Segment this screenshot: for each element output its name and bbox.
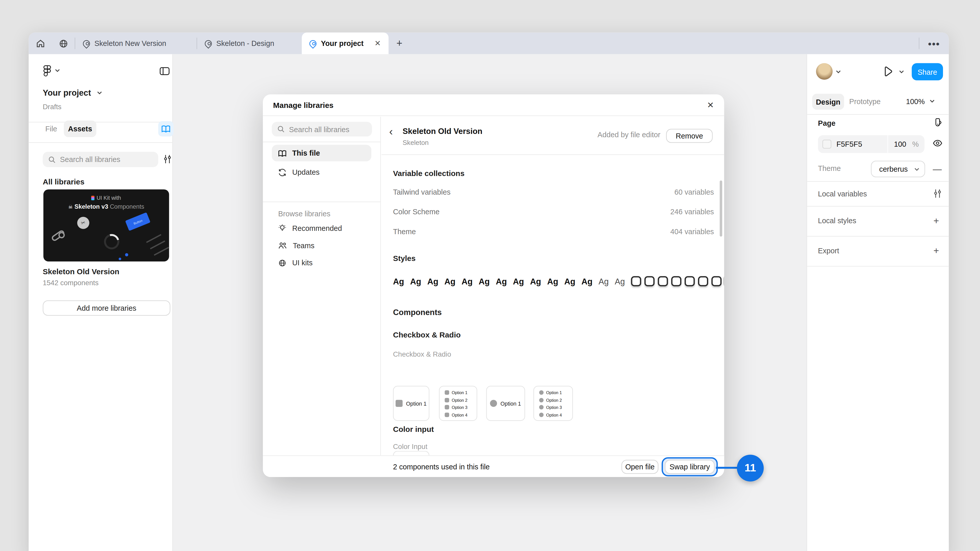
- page-opacity-value[interactable]: 100: [888, 140, 912, 148]
- theme-dropdown[interactable]: cerberus: [871, 161, 925, 177]
- tab-skeleton-new-version[interactable]: Skeleton New Version: [75, 33, 197, 54]
- desktop-background: Skeleton New Version Skeleton - Design Y…: [0, 0, 980, 551]
- search-placeholder: Search all libraries: [289, 125, 350, 133]
- chevron-down-icon: [915, 167, 920, 171]
- tab-prototype[interactable]: Prototype: [850, 98, 881, 105]
- right-sidebar: Share Design Prototype 100% Page F5F5F5 …: [807, 54, 949, 551]
- chevron-down-icon[interactable]: [97, 91, 102, 95]
- variables-sliders-icon[interactable]: [934, 189, 942, 198]
- option-label: Option 1: [452, 390, 467, 395]
- tab-skeleton-design[interactable]: Skeleton - Design: [197, 33, 302, 54]
- text-style-preview: Ag: [581, 277, 592, 286]
- component-card-radio-list[interactable]: Option 1 Option 2 Option 3 Option 4: [533, 386, 573, 421]
- tab-file[interactable]: File: [45, 125, 57, 133]
- component-card-checkbox-single[interactable]: Option 1: [393, 386, 430, 421]
- text-style-preview: Ag: [530, 277, 541, 286]
- divider: [29, 142, 172, 143]
- library-card-count: 1542 components: [43, 279, 99, 286]
- variable-collection-row[interactable]: Color Scheme 246 variables: [393, 205, 714, 218]
- library-subtitle: Skeleton: [403, 138, 429, 146]
- page-color-row[interactable]: F5F5F5 100 %: [818, 135, 924, 153]
- add-export-plus-icon[interactable]: +: [934, 245, 939, 256]
- nav-item-teams[interactable]: Teams: [272, 237, 371, 254]
- chevron-down-icon[interactable]: [55, 69, 60, 72]
- option-label: Option 1: [546, 390, 562, 395]
- open-book-icon: [162, 125, 170, 133]
- remove-theme-icon[interactable]: —: [933, 164, 942, 174]
- modal-search-input[interactable]: Search all libraries: [272, 122, 372, 137]
- thumb-deco-dot: [119, 258, 121, 260]
- component-card-checkbox-list[interactable]: Option 1 Option 2 Option 3 Option 4: [439, 386, 477, 421]
- option-label: Option 2: [546, 398, 562, 402]
- add-style-plus-icon[interactable]: +: [934, 215, 939, 226]
- add-more-libraries-button[interactable]: Add more libraries: [43, 300, 170, 316]
- filter-sliders-icon[interactable]: [163, 154, 172, 164]
- annotation-step-badge: 11: [737, 455, 764, 482]
- divider: [807, 206, 949, 207]
- manage-libraries-modal: Manage libraries ✕ Search all libraries …: [263, 94, 724, 477]
- window-menu-button[interactable]: •••: [920, 33, 949, 54]
- export-row[interactable]: Export: [818, 247, 839, 254]
- variable-collection-row[interactable]: Tailwind variables 60 variables: [393, 186, 714, 198]
- divider: [29, 122, 172, 123]
- text-style-preview: Ag: [410, 277, 421, 286]
- lightbulb-icon: [278, 224, 286, 233]
- new-tab-button[interactable]: +: [389, 33, 410, 54]
- component-card-radio-single[interactable]: Option 1: [486, 386, 525, 421]
- thumb-toggle: [51, 229, 65, 242]
- local-styles-row[interactable]: Local styles: [818, 217, 856, 224]
- text-style-preview: Ag: [496, 277, 507, 286]
- library-book-button[interactable]: [158, 121, 173, 137]
- tab-assets[interactable]: Assets: [64, 121, 97, 137]
- checkbox-icon: [445, 398, 449, 402]
- chevron-down-icon[interactable]: [930, 100, 935, 103]
- home-button[interactable]: [29, 33, 52, 54]
- remove-button[interactable]: Remove: [666, 129, 713, 143]
- modal-scrollbar[interactable]: [720, 181, 722, 237]
- tab-close-icon[interactable]: ✕: [374, 40, 381, 47]
- theme-value: cerberus: [879, 165, 908, 173]
- chevron-down-icon[interactable]: [899, 70, 904, 73]
- zoom-level[interactable]: 100%: [906, 98, 925, 105]
- swap-library-button[interactable]: Swap library: [665, 460, 714, 474]
- page-color-value[interactable]: F5F5F5: [837, 140, 862, 148]
- back-chevron-icon[interactable]: ‹: [389, 126, 393, 138]
- components-heading: Components: [393, 308, 442, 317]
- checkbox-icon: [445, 412, 449, 417]
- styles-heading: Styles: [393, 254, 415, 263]
- nav-item-this-file[interactable]: This file: [272, 145, 371, 162]
- figma-logo-icon[interactable]: [43, 65, 51, 76]
- tab-your-project[interactable]: Your project ✕: [302, 33, 389, 54]
- avatar[interactable]: [816, 63, 833, 80]
- toggle-sidebar-icon[interactable]: [159, 67, 170, 76]
- figma-file-icon: [204, 38, 213, 48]
- sidebar-search-input[interactable]: Search all libraries: [43, 152, 159, 167]
- nav-label: This file: [292, 149, 320, 157]
- eye-icon[interactable]: [933, 140, 942, 147]
- home-icon: [35, 38, 45, 48]
- project-name[interactable]: Your project: [43, 88, 91, 98]
- modal-close-icon[interactable]: ✕: [707, 100, 714, 110]
- local-variables-row[interactable]: Local variables: [818, 190, 867, 198]
- nav-label: Updates: [292, 168, 320, 176]
- grid-style-swatch: [631, 276, 641, 286]
- option-label: Option 3: [452, 405, 467, 410]
- option-label: Option 4: [452, 412, 467, 417]
- tab-design[interactable]: Design: [812, 94, 844, 110]
- nav-item-ui-kits[interactable]: UI kits: [272, 254, 371, 271]
- library-card-thumbnail[interactable]: UI Kit with ☠ Skeleton v3 Components ✂ B…: [43, 189, 169, 262]
- color-swatch[interactable]: [822, 140, 832, 149]
- community-button[interactable]: [52, 33, 75, 54]
- collection-name: Theme: [393, 228, 416, 235]
- divider: [807, 181, 949, 182]
- share-button[interactable]: Share: [912, 63, 943, 81]
- nav-item-updates[interactable]: Updates: [272, 164, 371, 181]
- present-play-icon[interactable]: [884, 66, 893, 76]
- collection-name: Color Scheme: [393, 208, 439, 216]
- open-file-button[interactable]: Open file: [621, 460, 659, 474]
- library-card-title[interactable]: Skeleton Old Version: [43, 267, 119, 276]
- nav-item-recommended[interactable]: Recommended: [272, 220, 371, 237]
- chevron-down-icon[interactable]: [836, 70, 841, 73]
- variable-collection-row[interactable]: Theme 404 variables: [393, 225, 714, 238]
- swatch-book-icon[interactable]: [934, 118, 942, 127]
